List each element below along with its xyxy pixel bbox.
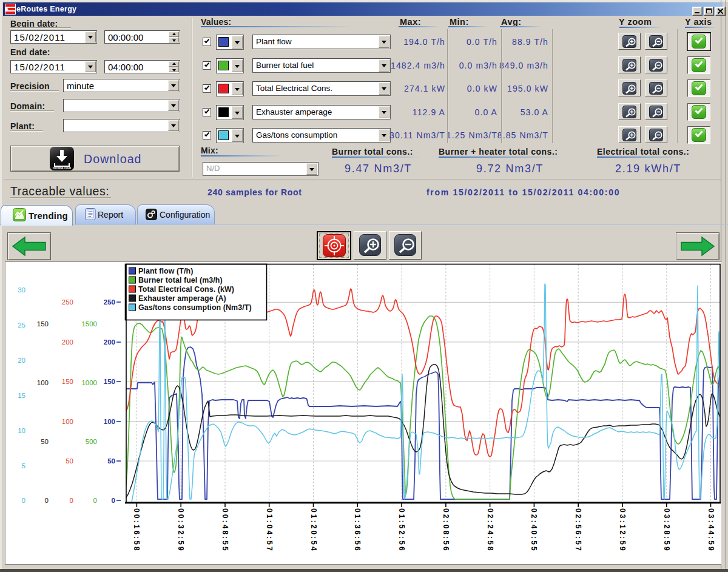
svg-text:03:44:59: 03:44:59 [707, 508, 715, 553]
svg-text:50: 50 [41, 438, 49, 445]
svg-text:50: 50 [66, 457, 73, 465]
svg-text:02:08:56: 02:08:56 [442, 508, 450, 553]
svg-text:150: 150 [104, 378, 115, 385]
svg-text:00:32:59: 00:32:59 [177, 508, 185, 553]
svg-text:03:28:59: 03:28:59 [662, 508, 671, 553]
svg-text:02:40:55: 02:40:55 [530, 508, 538, 553]
svg-text:250: 250 [62, 298, 73, 306]
svg-text:100: 100 [37, 379, 49, 386]
svg-text:Total Electrical Cons. (kW): Total Electrical Cons. (kW) [138, 285, 234, 294]
svg-text:01:52:56: 01:52:56 [397, 508, 406, 553]
svg-text:DOWNLOAD: DOWNLOAD [53, 166, 71, 170]
svg-text:5: 5 [22, 462, 25, 469]
svg-text:02:56:57: 02:56:57 [574, 508, 582, 553]
svg-text:01:20:54: 01:20:54 [309, 508, 318, 553]
svg-text:1000: 1000 [81, 379, 97, 386]
svg-text:30: 30 [18, 286, 25, 294]
svg-text:0: 0 [70, 497, 73, 504]
svg-text:100: 100 [62, 418, 73, 425]
svg-text:500: 500 [86, 438, 97, 445]
svg-text:Burner total fuel (m3/h): Burner total fuel (m3/h) [138, 276, 223, 284]
svg-text:03:12:59: 03:12:59 [618, 508, 627, 553]
svg-text:0: 0 [93, 497, 97, 504]
svg-text:0: 0 [45, 497, 49, 504]
svg-text:0: 0 [112, 497, 115, 504]
svg-text:150: 150 [62, 378, 73, 385]
svg-text:25: 25 [18, 321, 25, 329]
svg-text:00:16:58: 00:16:58 [132, 508, 141, 553]
svg-text:02:24:58: 02:24:58 [486, 508, 494, 553]
svg-text:250: 250 [104, 298, 115, 306]
svg-text:Plant flow (T/h): Plant flow (T/h) [138, 267, 193, 275]
svg-text:100: 100 [104, 418, 115, 425]
svg-text:0: 0 [22, 497, 25, 504]
svg-text:10: 10 [18, 427, 25, 434]
svg-text:150: 150 [37, 320, 49, 328]
svg-text:200: 200 [62, 338, 73, 346]
svg-text:00:48:55: 00:48:55 [221, 508, 229, 553]
svg-text:20: 20 [18, 357, 25, 364]
svg-text:01:36:56: 01:36:56 [353, 508, 362, 553]
svg-text:Exhauster amperage (A): Exhauster amperage (A) [138, 294, 226, 303]
svg-text:15: 15 [18, 392, 25, 399]
svg-text:01:04:57: 01:04:57 [265, 508, 274, 553]
svg-text:1500: 1500 [81, 320, 97, 328]
svg-text:200: 200 [104, 338, 115, 346]
svg-text:Gas/tons consumption (Nm3/T): Gas/tons consumption (Nm3/T) [138, 303, 252, 312]
svg-text:50: 50 [107, 457, 115, 465]
